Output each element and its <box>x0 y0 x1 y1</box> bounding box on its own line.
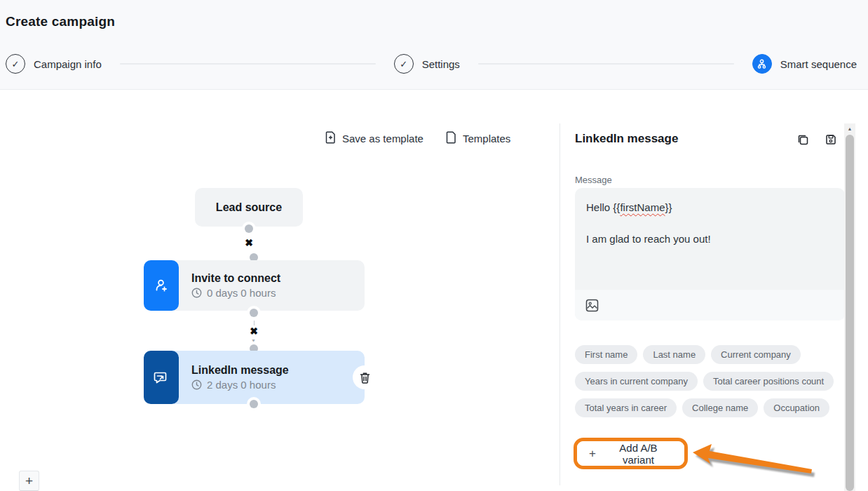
node-title: Invite to connect <box>191 272 280 285</box>
annotation-arrow <box>684 442 820 485</box>
person-add-icon <box>144 260 179 311</box>
check-circle-icon: ✓ <box>6 54 25 74</box>
annotation-highlight-ring: + Add A/B variant <box>574 438 688 469</box>
placeholder-chip[interactable]: Total career positions count <box>703 372 834 391</box>
delete-step-button[interactable] <box>353 365 377 389</box>
create-campaign-page: Create campaign ✓ Campaign info ✓ Settin… <box>0 0 868 491</box>
document-plus-icon <box>325 131 336 146</box>
save-icon <box>825 134 836 145</box>
stepper-connector-line <box>120 63 376 65</box>
page-title: Create campaign <box>6 14 115 29</box>
add-ab-variant-label: Add A/B variant <box>604 442 672 466</box>
save-as-template-button[interactable]: Save as template <box>325 130 423 147</box>
invite-to-connect-node[interactable]: Invite to connect 0 days 0 hours <box>144 260 365 311</box>
templates-button[interactable]: Templates <box>446 130 510 147</box>
scrollbar-thumb[interactable] <box>846 135 854 491</box>
message-send-icon <box>144 351 179 404</box>
step-smart-sequence[interactable]: Smart sequence <box>752 54 857 74</box>
save-as-template-label: Save as template <box>342 133 423 144</box>
copy-icon <box>797 134 809 146</box>
node-title: Lead source <box>216 201 282 214</box>
connector-port-dot <box>247 306 261 320</box>
placeholder-chip-list: First name Last name Current company Yea… <box>575 345 848 417</box>
personalization-token: firstName <box>620 201 665 213</box>
placeholder-chip[interactable]: Years in current company <box>575 372 698 391</box>
image-icon <box>585 299 599 312</box>
message-editor-footer <box>575 290 845 321</box>
add-ab-variant-button[interactable]: + Add A/B variant <box>577 441 684 466</box>
panel-divider <box>560 123 560 485</box>
message-text: Hello {{firstName}} I am glad to reach y… <box>586 200 834 246</box>
remove-connection-icon[interactable]: ✖ <box>241 235 257 250</box>
message-field-label: Message <box>575 175 612 185</box>
attach-image-button[interactable] <box>585 297 601 313</box>
placeholder-chip[interactable]: Total years in career <box>575 398 677 417</box>
step-label: Campaign info <box>34 58 102 70</box>
node-delay: 0 days 0 hours <box>207 287 276 299</box>
placeholder-chip[interactable]: Occupation <box>764 398 829 417</box>
panel-scrollbar: ▲ <box>844 123 855 491</box>
smart-sequence-icon <box>752 54 772 74</box>
lead-source-node[interactable]: Lead source <box>195 188 303 227</box>
trash-icon <box>360 372 370 384</box>
templates-label: Templates <box>463 133 510 144</box>
step-label: Smart sequence <box>780 58 857 70</box>
connector-port-dot <box>247 397 261 411</box>
copy-step-button[interactable] <box>795 132 811 147</box>
document-icon <box>446 131 456 146</box>
linkedin-message-node[interactable]: LinkedIn message 2 days 0 hours <box>144 351 365 404</box>
canvas-zoom-in-button[interactable]: + <box>19 471 39 491</box>
campaign-stepper: ✓ Campaign info ✓ Settings Smart s <box>6 53 857 74</box>
placeholder-chip[interactable]: First name <box>575 345 637 364</box>
page-header: Create campaign ✓ Campaign info ✓ Settin… <box>0 0 868 90</box>
node-title: LinkedIn message <box>191 364 289 377</box>
placeholder-chip[interactable]: Current company <box>711 345 801 364</box>
placeholder-chip[interactable]: College name <box>682 398 758 417</box>
save-step-button[interactable] <box>823 132 839 147</box>
step-settings[interactable]: ✓ Settings <box>394 54 460 74</box>
message-greeting-line: Hello {{firstName}} <box>586 200 834 215</box>
check-circle-icon: ✓ <box>394 54 414 74</box>
remove-connection-icon[interactable]: ✖ <box>246 323 262 339</box>
clock-icon <box>191 379 202 390</box>
connector-port-dot <box>242 222 256 236</box>
message-editor[interactable]: Hello {{firstName}} I am glad to reach y… <box>575 188 845 321</box>
message-body-line: I am glad to reach you out! <box>586 231 834 246</box>
step-label: Settings <box>422 58 460 70</box>
node-delay: 2 days 0 hours <box>207 379 276 391</box>
plus-icon: + <box>589 447 596 461</box>
placeholder-chip[interactable]: Last name <box>643 345 705 364</box>
clock-icon <box>191 288 202 298</box>
scrollbar-up-arrow[interactable]: ▲ <box>844 123 855 133</box>
stepper-connector-line <box>478 63 734 65</box>
step-campaign-info[interactable]: ✓ Campaign info <box>6 54 102 74</box>
panel-title: LinkedIn message <box>575 132 678 146</box>
